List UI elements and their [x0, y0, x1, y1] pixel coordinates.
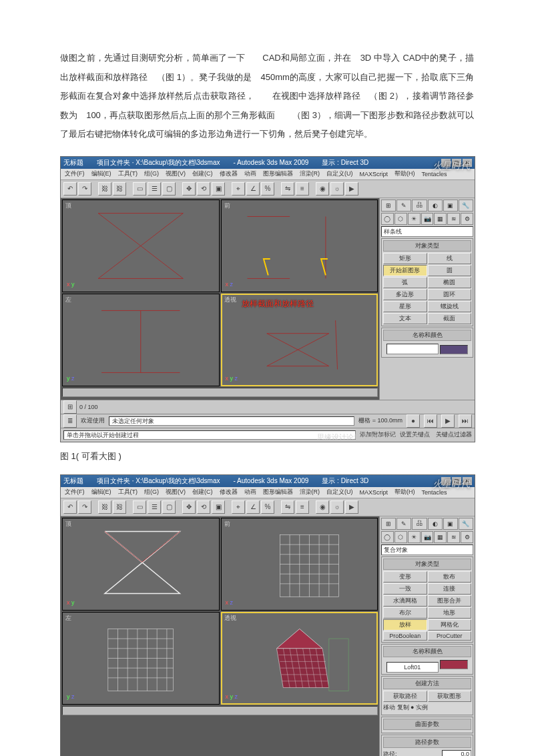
category-dropdown[interactable]: 样条线	[381, 226, 473, 237]
redo-icon[interactable]: ↷	[78, 182, 91, 196]
obj-btn[interactable]: 螺旋线	[428, 301, 472, 312]
mirror-icon[interactable]: ⇋	[281, 500, 294, 514]
align-icon[interactable]: ≡	[296, 500, 309, 514]
obj-btn[interactable]: ProCutter	[428, 631, 472, 641]
obj-btn[interactable]: 散布	[428, 571, 472, 583]
obj-btn[interactable]: ProBoolean	[383, 631, 427, 641]
menu-item[interactable]: 动画	[244, 169, 256, 178]
select-name-icon[interactable]: ☰	[148, 500, 161, 514]
get-path-button[interactable]: 获取路径	[383, 691, 427, 702]
object-type-rollout[interactable]: 对象类型	[383, 558, 471, 570]
obj-btn[interactable]: 矩形	[383, 253, 427, 264]
viewport-top[interactable]: 顶 x y	[62, 200, 220, 292]
obj-btn[interactable]: 星形	[383, 301, 427, 312]
obj-btn[interactable]: 多边形	[383, 289, 427, 300]
rotate-icon[interactable]: ⟲	[197, 500, 210, 514]
obj-btn[interactable]: 地形	[428, 607, 472, 619]
time-slider[interactable]	[62, 388, 378, 397]
hierarchy-tab-icon[interactable]: 品	[412, 518, 427, 530]
menu-item[interactable]: 视图(V)	[166, 488, 186, 496]
material-icon[interactable]: ◉	[316, 500, 329, 514]
object-type-rollout[interactable]: 对象类型	[383, 240, 471, 252]
move-icon[interactable]: ✥	[182, 500, 196, 514]
play-prev-icon[interactable]: ⏮	[424, 414, 437, 428]
obj-btn[interactable]: 一致	[383, 583, 427, 595]
viewport-left[interactable]: 左	[62, 612, 220, 705]
play-icon[interactable]: ▶	[441, 414, 455, 428]
select-icon[interactable]: ▭	[133, 500, 146, 514]
name-color-rollout[interactable]: 名称和颜色	[383, 646, 471, 657]
scale-icon[interactable]: ▣	[212, 500, 225, 514]
menu-item[interactable]: 组(G)	[144, 488, 159, 496]
autokey-icon[interactable]: ●	[407, 414, 420, 428]
undo-icon[interactable]: ↶	[63, 500, 77, 514]
obj-btn-selected[interactable]: 放样	[383, 619, 427, 631]
scale-icon[interactable]: ▣	[212, 182, 225, 196]
path-value[interactable]: 0.0	[442, 750, 471, 756]
mirror-icon[interactable]: ⇋	[281, 182, 294, 196]
menu-item[interactable]: 文件(F)	[65, 169, 85, 178]
obj-btn[interactable]: 圆	[428, 265, 472, 276]
display-tab-icon[interactable]: ▣	[443, 200, 458, 212]
obj-btn[interactable]: 水滴网格	[383, 595, 427, 607]
render-setup-icon[interactable]: ☼	[330, 182, 344, 196]
angle-snap-icon[interactable]: ∠	[246, 500, 260, 514]
obj-btn[interactable]: 弧	[383, 277, 427, 288]
creation-method-rollout[interactable]: 创建方法	[383, 678, 471, 689]
viewport-front[interactable]: 前	[221, 518, 378, 611]
redo-icon[interactable]: ↷	[78, 500, 91, 514]
viewport-perspective[interactable]: 透视 放样截面和放样路径 x y z	[221, 294, 378, 386]
render-setup-icon[interactable]: ☼	[330, 500, 344, 514]
systems-icon[interactable]: ⚙	[461, 213, 473, 225]
script-icon[interactable]: ≣	[63, 414, 77, 428]
time-slider[interactable]	[62, 706, 378, 715]
percent-snap-icon[interactable]: %	[261, 500, 274, 514]
create-tab-icon[interactable]: ⊞	[381, 200, 396, 212]
select-region-icon[interactable]: ▢	[162, 500, 176, 514]
instance-radios[interactable]: 移动 复制 ● 实例	[383, 702, 471, 713]
angle-snap-icon[interactable]: ∠	[246, 182, 260, 196]
obj-btn[interactable]: 连接	[428, 583, 472, 595]
cameras-icon[interactable]: 📷	[421, 531, 434, 543]
get-shape-button[interactable]: 获取图形	[428, 691, 472, 702]
menu-item[interactable]: 创建(C)	[192, 169, 213, 178]
menu-item[interactable]: 编辑(E)	[91, 169, 111, 178]
motion-tab-icon[interactable]: ◐	[428, 200, 443, 212]
menu-item[interactable]: 渲染(R)	[300, 169, 320, 178]
select-name-icon[interactable]: ☰	[148, 182, 161, 196]
spacewarps-icon[interactable]: ≋	[447, 531, 460, 543]
geometry-icon[interactable]: ◯	[381, 213, 394, 225]
viewport-left[interactable]: 左 y z	[62, 294, 220, 386]
unlink-icon[interactable]: ⛓	[113, 182, 126, 196]
menu-item[interactable]: 图形编辑器	[263, 169, 293, 178]
align-icon[interactable]: ≡	[296, 182, 309, 196]
helpers-icon[interactable]: ▦	[434, 531, 447, 543]
surface-params-rollout[interactable]: 曲面参数	[383, 719, 471, 730]
move-icon[interactable]: ✥	[182, 182, 196, 196]
menu-item[interactable]: MAXScript	[360, 171, 388, 177]
hierarchy-tab-icon[interactable]: 品	[412, 200, 427, 212]
shapes-icon[interactable]: ⬡	[394, 531, 407, 543]
obj-btn[interactable]: 布尔	[383, 607, 427, 619]
viewport-perspective[interactable]: 透视	[221, 612, 378, 705]
category-dropdown[interactable]: 复合对象	[381, 544, 473, 555]
menu-item[interactable]: 组(G)	[144, 169, 159, 178]
percent-snap-icon[interactable]: %	[261, 182, 274, 196]
menu-item[interactable]: 帮助(H)	[394, 169, 415, 178]
menu-item[interactable]: 动画	[244, 488, 256, 496]
unlink-icon[interactable]: ⛓	[113, 500, 126, 514]
spacewarps-icon[interactable]: ≋	[447, 213, 460, 225]
menu-item[interactable]: 创建(C)	[192, 488, 213, 496]
snap-icon[interactable]: ⌖	[232, 500, 245, 514]
snap-icon[interactable]: ⌖	[232, 182, 245, 196]
menu-item[interactable]: 文件(F)	[65, 488, 85, 496]
render-icon[interactable]: ▶	[345, 182, 358, 196]
render-icon[interactable]: ▶	[345, 500, 358, 514]
obj-btn[interactable]: 椭圆	[428, 277, 472, 288]
obj-btn[interactable]: 截面	[428, 313, 472, 324]
link-icon[interactable]: ⛓	[98, 500, 111, 514]
utilities-tab-icon[interactable]: 🔧	[459, 518, 473, 530]
play-next-icon[interactable]: ⏭	[459, 414, 472, 428]
menu-item[interactable]: 帮助(H)	[394, 488, 415, 496]
link-icon[interactable]: ⛓	[98, 182, 111, 196]
